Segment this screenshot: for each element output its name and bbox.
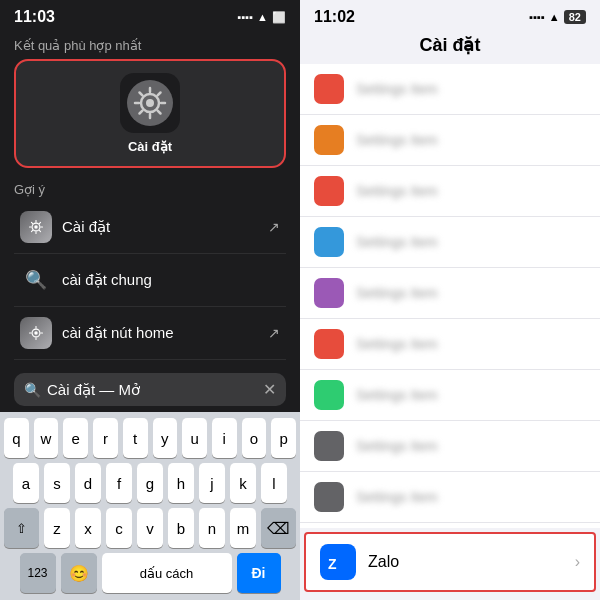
settings-row-8[interactable]: Settings Item [300, 472, 600, 523]
svg-text:Z: Z [328, 556, 337, 572]
row-icon-2 [314, 176, 344, 206]
key-f[interactable]: f [106, 463, 132, 503]
settings-icon-1 [20, 211, 52, 243]
key-q[interactable]: q [4, 418, 29, 458]
shift-key[interactable]: ⇧ [4, 508, 39, 548]
key-n[interactable]: n [199, 508, 225, 548]
row-text-2: Settings Item [356, 183, 586, 199]
row-text-8: Settings Item [356, 489, 586, 505]
settings-row-9[interactable]: Settings Item [300, 523, 600, 528]
signal-icon-right: ▪▪▪▪ [529, 11, 545, 23]
battery-right: 82 [564, 10, 586, 24]
row-icon-4 [314, 278, 344, 308]
row-text-3: Settings Item [356, 234, 586, 250]
svg-line-17 [31, 222, 32, 223]
suggestion-item-1[interactable]: Cài đặt ↗ [14, 201, 286, 254]
status-bar-left: 11:03 ▪▪▪▪ ▲ ⬜ [0, 0, 300, 30]
key-a[interactable]: a [13, 463, 39, 503]
best-result-label: Kết quả phù hợp nhất [14, 38, 286, 53]
wifi-icon: ▲ [257, 11, 268, 23]
settings-row-0[interactable]: Settings Item [300, 64, 600, 115]
key-c[interactable]: c [106, 508, 132, 548]
zalo-icon: Z [320, 544, 356, 580]
row-text-4: Settings Item [356, 285, 586, 301]
zalo-row[interactable]: Z Zalo › [304, 532, 596, 592]
search-input[interactable] [47, 381, 257, 398]
best-result-icon [120, 73, 180, 133]
key-v[interactable]: v [137, 508, 163, 548]
key-o[interactable]: o [242, 418, 267, 458]
best-result-name: Cài đặt [128, 139, 172, 154]
row-text-7: Settings Item [356, 438, 586, 454]
key-i[interactable]: i [212, 418, 237, 458]
svg-point-22 [34, 331, 37, 334]
key-x[interactable]: x [75, 508, 101, 548]
suggestion-item-2[interactable]: 🔍 cài đặt chung [14, 254, 286, 307]
settings-row-5[interactable]: Settings Item [300, 319, 600, 370]
key-m[interactable]: m [230, 508, 256, 548]
suggestion-text-2: cài đặt chung [62, 271, 280, 289]
svg-line-19 [39, 222, 40, 223]
svg-point-12 [34, 225, 37, 228]
svg-line-20 [31, 230, 32, 231]
settings-row-7[interactable]: Settings Item [300, 421, 600, 472]
key-123[interactable]: 123 [20, 553, 56, 593]
settings-row-2[interactable]: Settings Item [300, 166, 600, 217]
battery-icon: ⬜ [272, 11, 286, 24]
settings-row-3[interactable]: Settings Item [300, 217, 600, 268]
key-b[interactable]: b [168, 508, 194, 548]
row-icon-7 [314, 431, 344, 461]
row-icon-5 [314, 329, 344, 359]
go-key[interactable]: Đi [237, 553, 281, 593]
key-p[interactable]: p [271, 418, 296, 458]
search-icon-bar: 🔍 [24, 382, 41, 398]
key-d[interactable]: d [75, 463, 101, 503]
keyboard: q w e r t y u i o p a s d f g h j k l ⇧ … [0, 412, 300, 600]
settings-list[interactable]: Settings Item Settings Item Settings Ite… [300, 64, 600, 528]
best-result-card[interactable]: Cài đặt [14, 59, 286, 168]
key-l[interactable]: l [261, 463, 287, 503]
zalo-label: Zalo [368, 553, 563, 571]
row-text-0: Settings Item [356, 81, 586, 97]
key-z[interactable]: z [44, 508, 70, 548]
settings-icon-2 [20, 317, 52, 349]
wifi-icon-right: ▲ [549, 11, 560, 23]
keyboard-row-4: 123 😊 dấu cách Đi [4, 553, 296, 593]
key-y[interactable]: y [153, 418, 178, 458]
delete-key[interactable]: ⌫ [261, 508, 296, 548]
settings-row-1[interactable]: Settings Item [300, 115, 600, 166]
emoji-key[interactable]: 😊 [61, 553, 97, 593]
key-h[interactable]: h [168, 463, 194, 503]
right-panel: 11:02 ▪▪▪▪ ▲ 82 Cài đặt Settings Item Se… [300, 0, 600, 600]
key-s[interactable]: s [44, 463, 70, 503]
keyboard-row-2: a s d f g h j k l [4, 463, 296, 503]
suggestion-text-1: Cài đặt [62, 218, 258, 236]
row-text-6: Settings Item [356, 387, 586, 403]
space-key[interactable]: dấu cách [102, 553, 232, 593]
settings-row-4[interactable]: Settings Item [300, 268, 600, 319]
key-e[interactable]: e [63, 418, 88, 458]
svg-point-2 [146, 99, 154, 107]
key-r[interactable]: r [93, 418, 118, 458]
left-panel: 11:03 ▪▪▪▪ ▲ ⬜ Kết quả phù hợp nhất [0, 0, 300, 600]
status-icons-left: ▪▪▪▪ ▲ ⬜ [238, 11, 287, 24]
suggestion-text-3: cài đặt nút home [62, 324, 258, 342]
arrow-icon-1: ↗ [268, 219, 280, 235]
svg-line-18 [39, 230, 40, 231]
suggestion-item-3[interactable]: cài đặt nút home ↗ [14, 307, 286, 360]
clear-button[interactable]: ✕ [263, 380, 276, 399]
key-k[interactable]: k [230, 463, 256, 503]
key-u[interactable]: u [182, 418, 207, 458]
signal-icon: ▪▪▪▪ [238, 11, 254, 23]
time-left: 11:03 [14, 8, 55, 26]
page-title: Cài đặt [419, 35, 480, 55]
key-j[interactable]: j [199, 463, 225, 503]
arrow-icon-3: ↗ [268, 325, 280, 341]
key-g[interactable]: g [137, 463, 163, 503]
key-t[interactable]: t [123, 418, 148, 458]
key-w[interactable]: w [34, 418, 59, 458]
settings-row-6[interactable]: Settings Item [300, 370, 600, 421]
settings-app-icon [127, 80, 173, 126]
search-bar[interactable]: 🔍 ✕ [14, 373, 286, 406]
row-icon-1 [314, 125, 344, 155]
